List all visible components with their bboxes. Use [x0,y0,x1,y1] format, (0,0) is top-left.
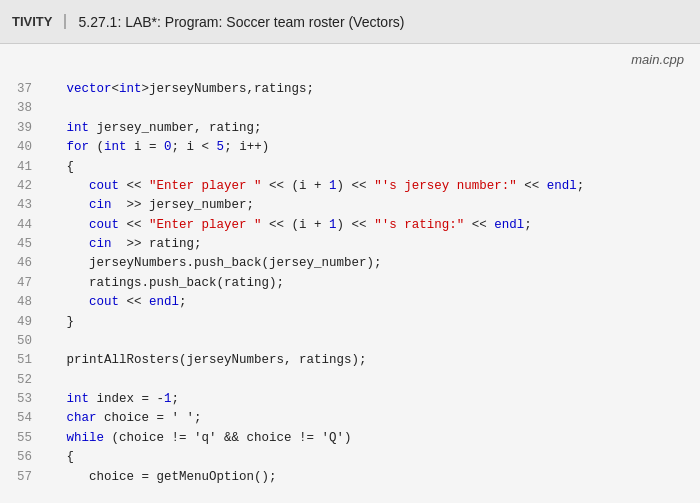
header-left: TIVITY 5.27.1: LAB*: Program: Soccer tea… [12,14,404,30]
line-number: 47 [8,274,32,293]
line-number: 37 [8,80,32,99]
line-number: 38 [8,99,32,118]
code-line: choice = getMenuOption(); [44,468,700,487]
code-line: int index = -1; [44,390,700,409]
line-number: 41 [8,158,32,177]
line-number: 55 [8,429,32,448]
code-line: cout << "Enter player " << (i + 1) << "'… [44,177,700,196]
editor-area: main.cpp 3738394041424344454647484950515… [0,44,700,503]
code-line: cout << "Enter player " << (i + 1) << "'… [44,216,700,235]
activity-label: TIVITY [12,14,66,29]
code-line [44,371,700,390]
code-line: } [44,313,700,332]
lab-title: 5.27.1: LAB*: Program: Soccer team roste… [78,14,404,30]
code-line [44,99,700,118]
code-line: printAllRosters(jerseyNumbers, ratings); [44,351,700,370]
line-number: 53 [8,390,32,409]
line-number: 43 [8,196,32,215]
code-line: { [44,448,700,467]
line-number: 51 [8,351,32,370]
code-line: { [44,158,700,177]
line-number: 45 [8,235,32,254]
line-number: 42 [8,177,32,196]
code-line: for (int i = 0; i < 5; i++) [44,138,700,157]
filename-label: main.cpp [631,52,684,67]
line-number: 57 [8,468,32,487]
code-line: jerseyNumbers.push_back(jersey_number); [44,254,700,273]
code-line: vector<int>jerseyNumbers,ratings; [44,80,700,99]
line-number: 52 [8,371,32,390]
code-container: 3738394041424344454647484950515253545556… [0,44,700,503]
code-line: cin >> jersey_number; [44,196,700,215]
code-line: char choice = ' '; [44,409,700,428]
code-line: ratings.push_back(rating); [44,274,700,293]
code-line: int jersey_number, rating; [44,119,700,138]
code-content: vector<int>jerseyNumbers,ratings; int je… [44,80,700,503]
line-numbers: 3738394041424344454647484950515253545556… [8,80,44,503]
line-number: 56 [8,448,32,467]
line-number: 54 [8,409,32,428]
code-line: cout << endl; [44,293,700,312]
line-number: 46 [8,254,32,273]
line-number: 44 [8,216,32,235]
code-line [44,332,700,351]
app-header: TIVITY 5.27.1: LAB*: Program: Soccer tea… [0,0,700,44]
line-number: 50 [8,332,32,351]
code-line: cin >> rating; [44,235,700,254]
code-line: while (choice != 'q' && choice != 'Q') [44,429,700,448]
line-number: 48 [8,293,32,312]
line-number: 49 [8,313,32,332]
line-number: 40 [8,138,32,157]
line-number: 39 [8,119,32,138]
